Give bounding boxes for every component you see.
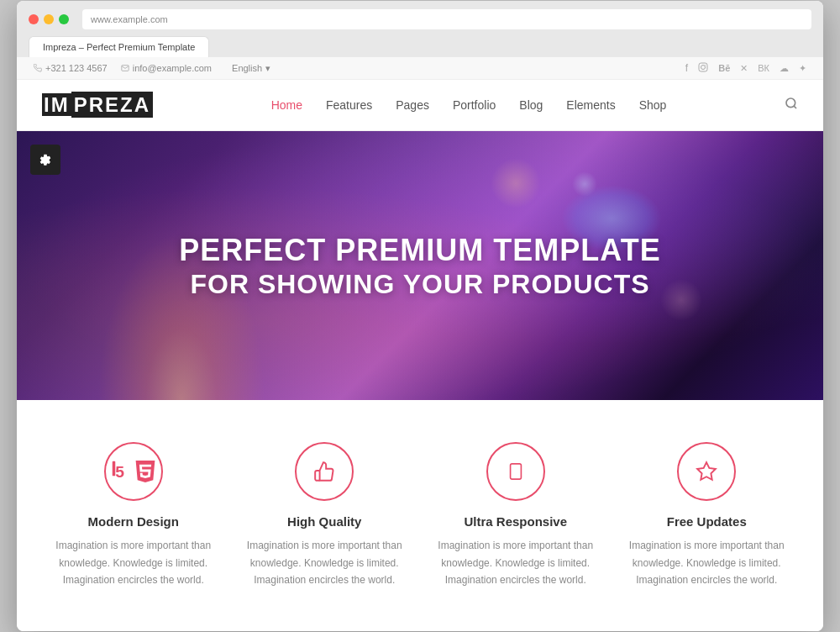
svg-text:5: 5 (115, 463, 124, 481)
feature-item-free-updates: Free Updates Imagination is more importa… (624, 442, 790, 588)
star-icon (696, 461, 717, 482)
nav-item-shop[interactable]: Shop (639, 98, 667, 112)
svg-point-2 (705, 65, 706, 66)
language-selector[interactable]: English ▾ (232, 63, 270, 74)
nav-link-shop[interactable]: Shop (639, 98, 667, 112)
email-info: info@example.com (121, 63, 212, 73)
hero-text: PERFECT PREMIUM TEMPLATE FOR SHOWING YOU… (179, 232, 660, 299)
svg-rect-0 (699, 63, 707, 71)
top-bar: +321 123 4567 info@example.com English ▾… (17, 57, 823, 80)
thumbsup-icon (313, 461, 335, 482)
address-bar[interactable]: www.example.com (82, 9, 811, 29)
browser-chrome: www.example.com Impreza – Perfect Premiu… (17, 1, 823, 57)
phone-number: +321 123 4567 (45, 63, 108, 73)
phone-info: +321 123 4567 (34, 63, 108, 73)
mail-icon (121, 64, 129, 72)
dot-minimize[interactable] (44, 14, 54, 24)
gear-icon (39, 153, 52, 166)
svg-rect-5 (113, 461, 116, 477)
html5-icon: 5 (111, 460, 134, 483)
nav-item-blog[interactable]: Blog (519, 98, 543, 112)
feature-title-modern-design: Modern Design (88, 514, 179, 529)
feature-item-modern-design: 5 Modern Design Imagination is more impo… (50, 442, 217, 588)
browser-window: www.example.com Impreza – Perfect Premiu… (17, 1, 823, 630)
nav-link-features[interactable]: Features (326, 98, 372, 112)
hero-headline: PERFECT PREMIUM TEMPLATE (179, 232, 660, 268)
browser-titlebar: www.example.com (29, 9, 811, 29)
address-text: www.example.com (91, 14, 168, 24)
feature-desc-modern-design: Imagination is more important than knowl… (50, 537, 217, 588)
logo-highlight: PREZA (71, 92, 153, 118)
nav-item-home[interactable]: Home (271, 98, 302, 112)
hero-bokeh2 (491, 158, 541, 208)
free-updates-icon-circle (677, 442, 736, 501)
instagram-icon[interactable] (698, 62, 708, 74)
facebook-icon[interactable]: f (685, 62, 688, 74)
main-nav: IMPREZA Home Features Pages Portfolio Bl… (17, 80, 823, 131)
soundcloud-icon[interactable]: ☁ (780, 63, 789, 74)
feature-title-free-updates: Free Updates (667, 514, 747, 529)
top-bar-left: +321 123 4567 info@example.com English ▾ (34, 63, 270, 74)
logo[interactable]: IMPREZA (42, 93, 153, 117)
nav-link-pages[interactable]: Pages (396, 98, 429, 112)
features-section: 5 Modern Design Imagination is more impo… (17, 400, 823, 630)
feature-desc-high-quality: Imagination is more important than knowl… (242, 537, 408, 588)
nav-link-home[interactable]: Home (271, 98, 302, 112)
settings-button[interactable] (30, 145, 60, 175)
feature-item-high-quality: High Quality Imagination is more importa… (242, 442, 408, 588)
feature-desc-free-updates: Imagination is more important than knowl… (624, 537, 790, 588)
xing-icon[interactable]: ✕ (740, 63, 748, 74)
dot-close[interactable] (29, 14, 39, 24)
svg-point-3 (786, 98, 795, 108)
browser-tab[interactable]: Impreza – Perfect Premium Template (29, 36, 209, 57)
nav-link-blog[interactable]: Blog (519, 98, 543, 112)
browser-dots (29, 14, 69, 24)
feature-title-high-quality: High Quality (287, 514, 361, 529)
svg-point-1 (701, 66, 706, 70)
vk-icon[interactable]: ВК (758, 63, 769, 73)
nav-link-portfolio[interactable]: Portfolio (453, 98, 496, 112)
hero-section: PERFECT PREMIUM TEMPLATE FOR SHOWING YOU… (17, 131, 823, 400)
yelp-icon[interactable]: ✦ (799, 63, 806, 74)
language-arrow: ▾ (265, 63, 270, 74)
feature-item-ultra-responsive: Ultra Responsive Imagination is more imp… (433, 442, 599, 588)
hero-subheadline: FOR SHOWING YOUR PRODUCTS (179, 269, 660, 300)
svg-marker-8 (697, 463, 716, 481)
social-icons: f Bē ✕ ВК ☁ ✦ (685, 62, 806, 74)
logo-text: IM (42, 93, 71, 116)
svg-rect-6 (510, 464, 521, 479)
phone-icon (34, 64, 42, 72)
nav-item-features[interactable]: Features (326, 98, 372, 112)
browser-tabs: Impreza – Perfect Premium Template (29, 36, 811, 57)
nav-item-pages[interactable]: Pages (396, 98, 429, 112)
website-content: +321 123 4567 info@example.com English ▾… (17, 57, 823, 630)
mobile-icon (507, 461, 525, 482)
nav-links: Home Features Pages Portfolio Blog Eleme… (271, 98, 667, 112)
ultra-responsive-icon-circle (486, 442, 545, 501)
dot-maximize[interactable] (59, 14, 69, 24)
nav-link-elements[interactable]: Elements (566, 98, 615, 112)
search-icon[interactable] (785, 97, 798, 113)
html5-badge-icon (134, 461, 156, 482)
email-address: info@example.com (133, 63, 212, 73)
modern-design-icon-circle: 5 (104, 442, 163, 501)
nav-item-portfolio[interactable]: Portfolio (453, 98, 496, 112)
feature-title-ultra-responsive: Ultra Responsive (464, 514, 567, 529)
nav-item-elements[interactable]: Elements (566, 98, 615, 112)
behance-icon[interactable]: Bē (718, 63, 730, 73)
tab-label: Impreza – Perfect Premium Template (43, 42, 195, 52)
language-label: English (232, 63, 262, 73)
high-quality-icon-circle (295, 442, 354, 501)
feature-desc-ultra-responsive: Imagination is more important than knowl… (433, 537, 599, 588)
